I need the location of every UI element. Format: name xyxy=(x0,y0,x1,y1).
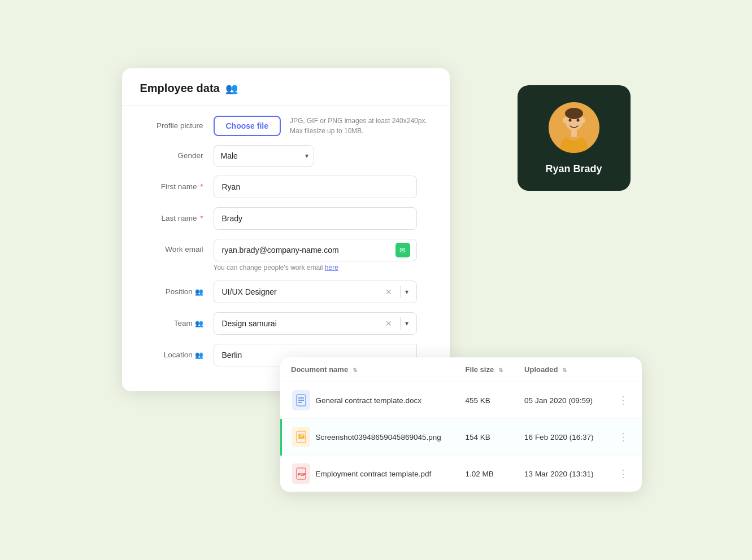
team-value: Design samurai xyxy=(222,319,385,328)
profile-picture-row: Profile picture Choose file JPG, GIF or … xyxy=(140,116,432,136)
email-col: ✉ You can change people's work email her… xyxy=(214,239,417,272)
team-label: Team 👥 xyxy=(140,318,214,329)
position-value: UI/UX Designer xyxy=(222,287,385,296)
col-uploaded: Uploaded ⇅ xyxy=(514,357,606,382)
doc-menu-button[interactable]: ⋮ xyxy=(616,395,631,406)
uploaded-cell: 05 Jan 2020 (09:59) xyxy=(514,382,606,419)
doc-menu-button[interactable]: ⋮ xyxy=(616,468,631,479)
documents-panel: Document name ⇅ File size ⇅ Uploaded ⇅ xyxy=(280,357,642,492)
gender-select-wrapper: Male Female Other ▾ xyxy=(214,145,314,167)
last-name-row: Last name * xyxy=(140,207,432,230)
card-header: Employee data 👥 xyxy=(122,68,450,106)
table-row: PDF Employment contract template.pdf 1.0… xyxy=(281,456,642,492)
svg-point-1 xyxy=(565,108,583,119)
doc-name-cell: Screenshot03948659045869045.png xyxy=(281,419,455,456)
work-email-input[interactable] xyxy=(214,239,417,261)
docx-icon xyxy=(292,390,310,410)
file-size-cell: 455 KB xyxy=(455,382,515,419)
position-people-icon: 👥 xyxy=(195,288,203,296)
sort-icon-name[interactable]: ⇅ xyxy=(353,367,357,373)
first-name-input[interactable] xyxy=(214,176,417,198)
last-name-input[interactable] xyxy=(214,207,417,230)
work-email-label: Work email xyxy=(140,239,214,255)
email-hint: You can change people's work email here xyxy=(214,264,417,272)
doc-menu-button[interactable]: ⋮ xyxy=(616,431,631,443)
position-chevron-icon[interactable]: ▾ xyxy=(405,288,408,296)
table-row: Screenshot03948659045869045.png 154 KB 1… xyxy=(281,419,642,456)
pdf-icon: PDF xyxy=(292,463,310,484)
file-size-cell: 1.02 MB xyxy=(455,456,515,492)
email-wrapper: ✉ xyxy=(214,239,417,261)
work-email-row: Work email ✉ You can change people's wor… xyxy=(140,239,432,272)
documents-table: Document name ⇅ File size ⇅ Uploaded ⇅ xyxy=(280,357,642,492)
email-icon: ✉ xyxy=(395,243,410,257)
employee-data-card: Employee data 👥 Profile picture Choose f… xyxy=(122,68,450,391)
svg-point-2 xyxy=(563,117,567,123)
position-divider xyxy=(400,286,401,298)
col-document-name: Document name ⇅ xyxy=(281,357,455,382)
avatar-image xyxy=(554,108,594,153)
team-select-wrapper[interactable]: Design samurai ✕ ▾ xyxy=(214,312,417,335)
team-chevron-icon[interactable]: ▾ xyxy=(405,320,408,327)
team-people-icon: 👥 xyxy=(195,320,203,327)
location-people-icon: 👥 xyxy=(195,351,203,359)
col-file-size: File size ⇅ xyxy=(455,357,515,382)
location-label: Location 👥 xyxy=(140,350,214,361)
gender-row: Gender Male Female Other ▾ xyxy=(140,145,432,167)
team-clear-icon[interactable]: ✕ xyxy=(385,319,392,328)
position-clear-icon[interactable]: ✕ xyxy=(385,287,392,296)
sort-icon-uploaded[interactable]: ⇅ xyxy=(562,367,567,373)
svg-point-13 xyxy=(298,435,300,436)
profile-card: Ryan Brady xyxy=(518,85,631,191)
profile-name: Ryan Brady xyxy=(545,163,602,175)
file-size-cell: 154 KB xyxy=(455,419,515,456)
sort-icon-size[interactable]: ⇅ xyxy=(498,367,503,373)
form-body: Profile picture Choose file JPG, GIF or … xyxy=(122,106,450,366)
team-label-text: Team xyxy=(174,319,195,327)
email-change-link[interactable]: here xyxy=(325,264,338,272)
svg-point-4 xyxy=(568,119,571,122)
table-header-row: Document name ⇅ File size ⇅ Uploaded ⇅ xyxy=(281,357,642,382)
first-name-label: First name * xyxy=(140,182,214,193)
position-label-text: Position xyxy=(166,287,195,296)
svg-point-3 xyxy=(581,117,585,123)
position-select-wrapper[interactable]: UI/UX Designer ✕ ▾ xyxy=(214,281,417,303)
card-title: Employee data xyxy=(140,82,220,95)
doc-name-cell: General contract template.docx xyxy=(281,382,455,419)
svg-rect-6 xyxy=(571,129,577,137)
table-row: General contract template.docx 455 KB 05… xyxy=(281,382,642,419)
png-icon xyxy=(292,427,310,447)
team-divider xyxy=(400,317,401,330)
people-icon: 👥 xyxy=(225,82,238,95)
svg-text:PDF: PDF xyxy=(298,473,306,476)
last-name-label: Last name * xyxy=(140,213,214,224)
profile-picture-label: Profile picture xyxy=(140,121,214,132)
choose-file-button[interactable]: Choose file xyxy=(214,116,281,136)
svg-point-5 xyxy=(576,119,579,122)
uploaded-cell: 13 Mar 2020 (13:31) xyxy=(514,456,606,492)
position-label: Position 👥 xyxy=(140,287,214,298)
gender-select[interactable]: Male Female Other xyxy=(214,145,314,167)
gender-label: Gender xyxy=(140,151,214,161)
uploaded-cell: 16 Feb 2020 (16:37) xyxy=(514,419,606,456)
team-row: Team 👥 Design samurai ✕ ▾ xyxy=(140,312,432,335)
first-name-row: First name * xyxy=(140,176,432,198)
col-actions xyxy=(606,357,641,382)
file-hint: JPG, GIF or PNG images at least 240x240p… xyxy=(290,116,427,136)
position-row: Position 👥 UI/UX Designer ✕ ▾ xyxy=(140,281,432,303)
avatar xyxy=(549,102,599,153)
doc-name-cell: PDF Employment contract template.pdf xyxy=(281,456,455,492)
location-label-text: Location xyxy=(164,351,195,359)
